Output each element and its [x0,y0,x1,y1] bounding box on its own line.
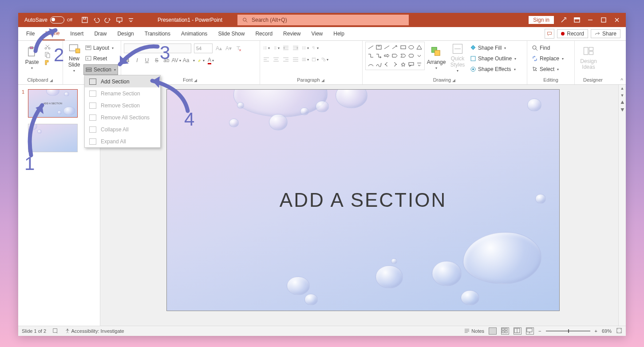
shape-connector-icon [368,53,374,58]
shape-fill-button[interactable]: Shape Fill▾ [468,43,518,53]
accessibility-status[interactable]: Accessibility: Investigate [65,328,124,334]
format-painter-icon[interactable] [44,59,51,66]
zoom-out-icon[interactable]: − [538,328,541,334]
char-spacing-icon[interactable]: AV▾ [173,57,180,64]
bullets-icon[interactable]: ▾ [263,44,270,51]
signin-button[interactable]: Sign in [529,16,554,24]
new-slide-icon [68,43,80,55]
zoom-in-icon[interactable]: + [595,328,597,334]
smartart-icon[interactable]: ▾ [321,56,328,63]
arrange-button[interactable]: Arrange▾ [426,42,447,74]
next-slide-icon[interactable]: ⯆ [619,106,626,113]
fit-to-window-icon[interactable] [616,327,622,335]
paragraph-launcher-icon[interactable]: ◢ [321,78,325,83]
new-slide-button[interactable]: New Slide▾ [66,42,83,74]
decrease-font-icon[interactable]: A▾ [225,45,232,52]
svg-point-20 [263,47,264,47]
tab-review[interactable]: Review [278,27,306,40]
shape-block-arrow-icon [384,53,390,58]
text-direction-icon[interactable]: ▾ [312,44,319,51]
line-spacing-icon[interactable]: ▾ [302,44,309,51]
reading-view-icon[interactable] [514,327,522,335]
slideshow-view-icon[interactable] [526,327,534,335]
align-right-icon[interactable] [282,56,289,63]
collapse-ribbon-icon[interactable]: ^ [620,77,623,83]
zoom-level[interactable]: 69% [602,328,612,334]
select-button[interactable]: Select▾ [530,64,565,74]
arrange-icon [430,46,443,58]
tab-draw[interactable]: Draw [89,27,112,40]
sorter-view-icon[interactable] [501,327,509,335]
font-color-icon[interactable]: A▾ [207,57,214,64]
ribbon-display-icon[interactable] [573,16,581,24]
font-size-input[interactable]: 54 [194,43,213,53]
find-button[interactable]: Find [530,43,565,53]
scroll-up-icon[interactable]: ▲ [619,85,626,92]
increase-indent-icon[interactable] [292,44,299,51]
tab-insert[interactable]: Insert [65,27,89,40]
tab-transitions[interactable]: Transitions [139,27,176,40]
clear-formatting-icon[interactable] [235,45,242,52]
close-icon[interactable] [613,16,620,24]
record-button[interactable]: Record [557,29,588,38]
justify-icon[interactable] [292,56,299,63]
tab-design[interactable]: Design [112,27,139,40]
shapes-gallery[interactable] [365,42,425,70]
scroll-down-icon[interactable]: ▼ [619,92,626,99]
annotation-4: 4 [184,109,194,130]
undo-icon[interactable] [93,16,100,24]
comments-button[interactable] [545,29,554,39]
change-case-icon[interactable]: Aa [182,57,190,64]
tab-record[interactable]: Record [250,27,278,40]
shape-curve-icon [376,62,382,67]
columns-icon[interactable]: ▾ [302,56,309,63]
share-button[interactable]: Share [591,29,620,38]
highlight-icon[interactable]: ▾ [198,57,205,64]
search-box[interactable]: Search (Alt+Q) [237,15,409,25]
font-launcher-icon[interactable]: ◢ [194,78,198,83]
svg-rect-37 [584,47,588,54]
tab-help[interactable]: Help [328,27,350,40]
prev-slide-icon[interactable]: ⯅ [619,99,626,106]
drawing-launcher-icon[interactable]: ◢ [452,78,456,83]
zoom-slider[interactable] [546,331,590,331]
quick-styles-button[interactable]: Quick Styles▾ [448,42,467,74]
increase-font-icon[interactable]: A▴ [215,45,222,52]
align-text-icon[interactable]: ▾ [312,56,319,63]
group-editing: Find Replace▾ Select▾ Editing [527,41,575,84]
clipboard-launcher-icon[interactable]: ◢ [50,78,54,83]
redo-icon[interactable] [104,16,111,24]
save-icon[interactable] [81,16,88,24]
align-left-icon[interactable] [263,56,270,63]
decrease-indent-icon[interactable] [282,44,289,51]
svg-point-22 [263,49,264,49]
qat-more-icon[interactable] [127,16,134,24]
shape-outline-button[interactable]: Shape Outline▾ [468,54,518,63]
svg-rect-25 [324,60,325,61]
numbering-icon[interactable]: ▾ [273,44,280,51]
minimize-icon[interactable] [587,16,594,24]
svg-rect-33 [471,56,475,61]
present-from-start-icon[interactable] [116,16,123,24]
shape-effects-button[interactable]: Shape Effects▾ [468,64,518,74]
tab-view[interactable]: View [306,27,328,40]
maximize-icon[interactable] [600,16,607,24]
coming-soon-icon[interactable] [560,16,567,24]
replace-button[interactable]: Replace▾ [530,54,565,63]
shape-connector2-icon [376,53,382,58]
spellcheck-icon[interactable] [52,327,59,335]
svg-point-35 [472,68,474,70]
slide-counter[interactable]: Slide 1 of 2 [22,328,46,334]
notes-button[interactable]: Notes [464,328,484,334]
slide[interactable]: ADD A SECTION [166,89,560,311]
vertical-scrollbar[interactable]: ▲ ▼ ⯅ ⯆ [618,85,626,326]
shape-fill-icon [470,45,476,51]
tab-animations[interactable]: Animations [176,27,213,40]
accessibility-icon [65,328,70,334]
design-ideas-button[interactable]: Design Ideas [577,42,600,74]
autosave-state: Off [67,18,72,22]
tab-slideshow[interactable]: Slide Show [213,27,250,40]
normal-view-icon[interactable] [489,327,497,335]
autosave-toggle[interactable]: AutoSave Off [21,16,76,24]
align-center-icon[interactable] [273,56,280,63]
